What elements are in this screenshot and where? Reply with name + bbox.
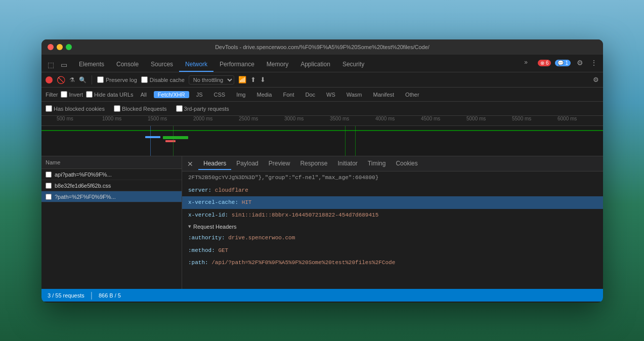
marker-4 bbox=[355, 126, 356, 156]
hide-data-label[interactable]: Hide data URLs bbox=[86, 91, 134, 98]
header-line-0: 2FT%2B50gcYVJg%3D%3D"},"group":"cf-nel",… bbox=[182, 172, 603, 184]
export-icon[interactable]: ⬇ bbox=[260, 76, 266, 83]
request-row-1[interactable]: b8e32fe1d6e5f62b.css bbox=[41, 180, 182, 191]
cursor-icon[interactable]: ⬚ bbox=[46, 60, 56, 70]
traffic-lights bbox=[48, 44, 72, 50]
tick-3500: 3500 ms bbox=[330, 116, 349, 121]
error-badge: ⊗ 6 bbox=[538, 60, 551, 66]
header-key-id: x-vercel-id: bbox=[188, 212, 232, 218]
record-button[interactable] bbox=[46, 76, 53, 83]
close-button[interactable] bbox=[48, 44, 54, 50]
network-settings-icon[interactable]: ⚙ bbox=[593, 76, 599, 83]
tick-1000: 1000 ms bbox=[102, 116, 121, 121]
device-icon[interactable]: ▭ bbox=[59, 60, 69, 70]
filter-tag-media[interactable]: Media bbox=[252, 91, 276, 98]
more-tabs[interactable]: » bbox=[518, 56, 534, 70]
filter-icon[interactable]: ⚗ bbox=[69, 76, 75, 83]
tab-security[interactable]: Security bbox=[336, 58, 370, 72]
import-icon[interactable]: ⬆ bbox=[250, 76, 256, 83]
settings-icon[interactable]: ⚙ bbox=[575, 58, 585, 68]
tick-500: 500 ms bbox=[57, 116, 73, 121]
status-divider: | bbox=[91, 291, 93, 300]
tab-console[interactable]: Console bbox=[110, 58, 145, 72]
close-panel-button[interactable]: ✕ bbox=[184, 160, 196, 168]
request-checkbox-2[interactable] bbox=[46, 194, 52, 200]
panel-tab-initiator[interactable]: Initiator bbox=[332, 158, 362, 170]
filter-tag-other[interactable]: Other bbox=[401, 91, 423, 98]
header-val-id: sin1::iad1::8bbrx-1644507218822-454d7d68… bbox=[232, 212, 378, 218]
filter-tag-js[interactable]: JS bbox=[192, 91, 207, 98]
invert-checkbox[interactable] bbox=[61, 91, 67, 98]
panel-tab-response[interactable]: Response bbox=[295, 158, 332, 170]
filter-tag-ws[interactable]: WS bbox=[322, 91, 339, 98]
disable-cache-label[interactable]: Disable cache bbox=[141, 76, 185, 83]
tick-4000: 4000 ms bbox=[375, 116, 395, 121]
header-line-1: server: cloudflare bbox=[182, 184, 603, 197]
hide-data-checkbox[interactable] bbox=[86, 91, 93, 98]
wifi-icon[interactable]: 📶 bbox=[238, 76, 246, 83]
filter-tag-css[interactable]: CSS bbox=[210, 91, 230, 98]
disable-cache-checkbox[interactable] bbox=[141, 76, 148, 83]
network-toolbar: 🚫 ⚗ 🔍 Preserve log Disable cache No thro… bbox=[41, 72, 603, 88]
throttle-select[interactable]: No throttling bbox=[189, 75, 234, 84]
tick-5000: 5000 ms bbox=[466, 116, 486, 121]
tab-memory[interactable]: Memory bbox=[261, 58, 294, 72]
req-header-2: :path: /api/?path=%2F%F0%9F%A5%9F%20Some… bbox=[182, 257, 603, 269]
third-party-label[interactable]: 3rd-party requests bbox=[176, 105, 229, 112]
devtools-icons-right: » ⊗ 6 💬 1 ⚙ ⋮ bbox=[518, 56, 599, 72]
header-line-2[interactable]: x-vercel-cache: HIT bbox=[182, 196, 603, 209]
timeline-bar-2 bbox=[163, 136, 188, 139]
request-checkbox-0[interactable] bbox=[46, 172, 52, 178]
devtools-icons-left: ⬚ ▭ bbox=[46, 60, 69, 72]
tick-6000: 6000 ms bbox=[557, 116, 577, 121]
more-options-icon[interactable]: ⋮ bbox=[589, 58, 599, 68]
tab-network[interactable]: Network bbox=[179, 58, 213, 72]
header-val-server: cloudflare bbox=[215, 187, 248, 193]
tab-application[interactable]: Application bbox=[294, 58, 336, 72]
request-checkbox-1[interactable] bbox=[46, 183, 52, 189]
filter-tag-wasm[interactable]: Wasm bbox=[342, 91, 366, 98]
req-header-1: :method: GET bbox=[182, 244, 603, 257]
tab-sources[interactable]: Sources bbox=[145, 58, 179, 72]
has-blocked-cookies-checkbox[interactable] bbox=[46, 105, 52, 112]
filter-checkbox-row: Has blocked cookies Blocked Requests 3rd… bbox=[41, 102, 603, 116]
req-header-0: :authority: drive.spencerwoo.com bbox=[182, 232, 603, 244]
third-party-checkbox[interactable] bbox=[176, 105, 183, 112]
timeline-green-bar bbox=[41, 130, 603, 131]
filter-tag-fetch-xhr[interactable]: Fetch/XHR bbox=[154, 91, 189, 98]
divider bbox=[92, 75, 92, 84]
search-icon[interactable]: 🔍 bbox=[79, 76, 87, 83]
waterfall-container bbox=[41, 126, 603, 156]
has-blocked-cookies-label[interactable]: Has blocked cookies bbox=[46, 105, 105, 112]
filter-tag-img[interactable]: Img bbox=[232, 91, 249, 98]
tab-elements[interactable]: Elements bbox=[73, 58, 110, 72]
clear-icon[interactable]: 🚫 bbox=[57, 76, 65, 84]
filter-label: Filter bbox=[46, 92, 58, 98]
request-headers-section[interactable]: Request Headers bbox=[182, 221, 603, 232]
filter-row: Filter Invert Hide data URLs All Fetch/X… bbox=[41, 88, 603, 102]
header-line-3: x-vercel-id: sin1::iad1::8bbrx-164450721… bbox=[182, 209, 603, 222]
preserve-log-label[interactable]: Preserve log bbox=[97, 76, 137, 83]
tab-performance[interactable]: Performance bbox=[213, 58, 261, 72]
filter-tag-font[interactable]: Font bbox=[279, 91, 298, 98]
filter-tag-doc[interactable]: Doc bbox=[301, 91, 319, 98]
panel-tab-cookies[interactable]: Cookies bbox=[391, 158, 422, 170]
maximize-button[interactable] bbox=[66, 44, 72, 50]
preserve-log-checkbox[interactable] bbox=[97, 76, 104, 83]
error-icon: ⊗ bbox=[540, 60, 544, 66]
message-icon: 💬 bbox=[557, 60, 564, 66]
panel-tab-timing[interactable]: Timing bbox=[363, 158, 391, 170]
panel-tab-preview[interactable]: Preview bbox=[264, 158, 295, 170]
request-row-0[interactable]: api?path=%F0%9F%... bbox=[41, 169, 182, 180]
req-val-authority: drive.spencerwoo.com bbox=[228, 235, 295, 241]
timeline-bar-1 bbox=[145, 136, 160, 138]
panel-tab-headers[interactable]: Headers bbox=[198, 158, 231, 170]
blocked-requests-label[interactable]: Blocked Requests bbox=[114, 105, 167, 112]
minimize-button[interactable] bbox=[57, 44, 63, 50]
request-row-2[interactable]: ?path=%2F%F0%9F%... bbox=[41, 191, 182, 202]
panel-tab-payload[interactable]: Payload bbox=[231, 158, 263, 170]
filter-tag-manifest[interactable]: Manifest bbox=[369, 91, 399, 98]
invert-label[interactable]: Invert bbox=[61, 91, 83, 98]
filter-tag-all[interactable]: All bbox=[137, 91, 151, 98]
blocked-requests-checkbox[interactable] bbox=[114, 105, 120, 112]
